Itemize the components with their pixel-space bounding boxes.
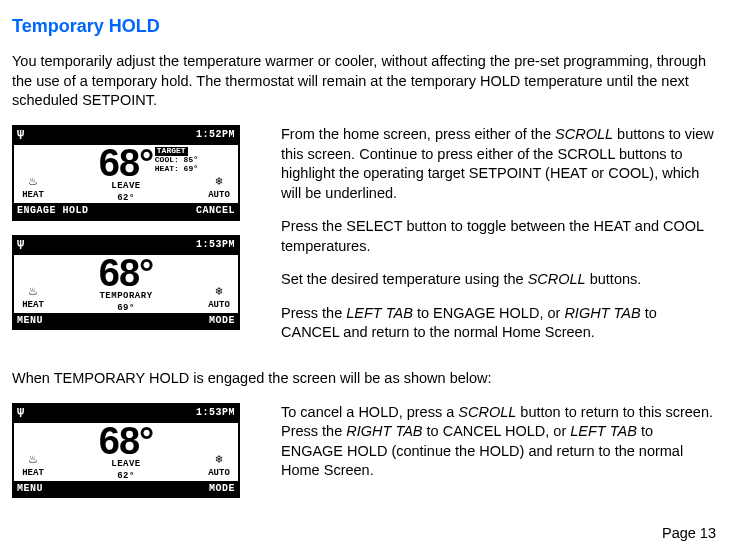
snowflake-icon: ❄ <box>215 286 222 298</box>
antenna-icon: Ψ <box>17 238 25 254</box>
section-title: Temporary HOLD <box>12 14 716 38</box>
antenna-icon: Ψ <box>17 406 25 422</box>
snowflake-icon: ❄ <box>215 176 222 188</box>
instruction-1: From the home screen, press either of th… <box>281 125 716 203</box>
transition-text: When TEMPORARY HOLD is engaged the scree… <box>12 369 716 389</box>
flame-icon: ♨ <box>29 452 37 466</box>
flame-icon: ♨ <box>29 174 37 188</box>
target-heat: HEAT: 69° <box>155 164 198 173</box>
period-value: 62° <box>117 192 135 204</box>
instruction-6: Press the RIGHT TAB to CANCEL HOLD, or L… <box>281 422 716 481</box>
left-tab: MENU <box>17 482 43 496</box>
period-value: 69° <box>117 302 135 314</box>
clock: 1:53PM <box>196 406 235 422</box>
period-label: LEAVE <box>111 180 141 192</box>
page-number: Page 13 <box>12 524 716 544</box>
instruction-5: To cancel a HOLD, press a SCROLL button … <box>281 403 716 423</box>
thermostat-screen-2: Ψ 1:53PM ♨ HEAT 68° TEMPORARY 69° ❄ AUTO <box>12 235 240 331</box>
period-label: LEAVE <box>111 458 141 470</box>
current-temp: 68° <box>99 256 153 290</box>
instruction-4: Press the LEFT TAB to ENGAGE HOLD, or RI… <box>281 304 716 343</box>
thermostat-screen-1: Ψ 1:52PM ♨ HEAT 68° LEAVE 62° ❄ AUTO <box>12 125 240 221</box>
clock: 1:53PM <box>196 238 235 254</box>
flame-icon: ♨ <box>29 284 37 298</box>
clock: 1:52PM <box>196 128 235 144</box>
snowflake-icon: ❄ <box>215 454 222 466</box>
instruction-2: Press the SELECT button to toggle betwee… <box>281 217 716 256</box>
target-cool: COOL: 85° <box>155 155 198 164</box>
auto-label: AUTO <box>208 467 230 479</box>
thermostat-screen-3: Ψ 1:53PM ♨ HEAT 68° LEAVE 62° ❄ AUTO <box>12 403 240 499</box>
auto-label: AUTO <box>208 299 230 311</box>
left-tab: MENU <box>17 314 43 328</box>
intro-paragraph: You temporarily adjust the temperature w… <box>12 52 716 111</box>
auto-label: AUTO <box>208 189 230 201</box>
antenna-icon: Ψ <box>17 128 25 144</box>
current-temp: 68° <box>99 424 153 458</box>
right-tab: MODE <box>209 314 235 328</box>
right-tab: MODE <box>209 482 235 496</box>
period-label: TEMPORARY <box>99 290 152 302</box>
heat-label: HEAT <box>22 467 44 479</box>
heat-label: HEAT <box>22 189 44 201</box>
instruction-3: Set the desired temperature using the SC… <box>281 270 716 290</box>
right-tab: CANCEL <box>196 204 235 218</box>
heat-label: HEAT <box>22 299 44 311</box>
left-tab: ENGAGE HOLD <box>17 204 89 218</box>
current-temp: 68° <box>99 146 153 180</box>
target-box: TARGET COOL: 85° HEAT: 69° <box>155 147 198 173</box>
period-value: 62° <box>117 470 135 482</box>
